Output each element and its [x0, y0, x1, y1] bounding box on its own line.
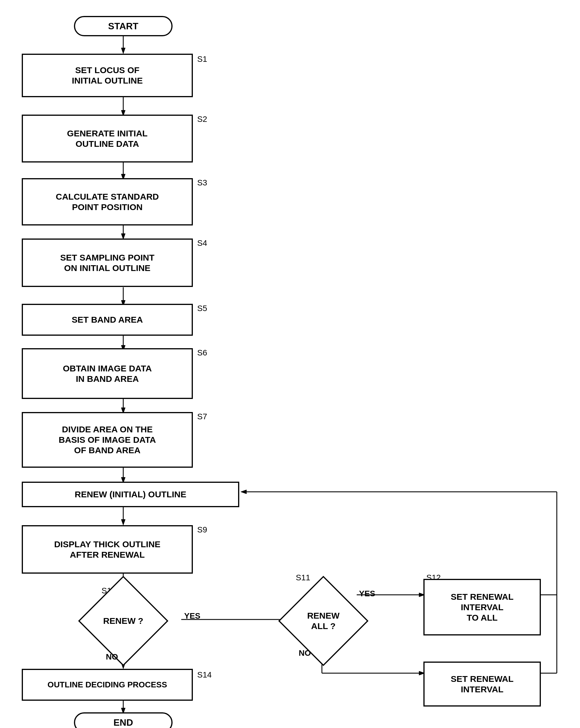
s13-node: SET RENEWAL INTERVAL	[423, 661, 541, 706]
s6-node: OBTAIN IMAGE DATA IN BAND AREA	[22, 348, 193, 399]
step-label-s1: S1	[197, 55, 207, 64]
step-label-s3: S3	[197, 178, 207, 187]
step-label-s9: S9	[197, 525, 207, 535]
step-label-s5: S5	[197, 304, 207, 313]
s11-diamond-label: RENEW ALL ?	[307, 610, 339, 631]
step-label-s2: S2	[197, 114, 207, 124]
step-label-s6: S6	[197, 348, 207, 358]
s7-node: DIVIDE AREA ON THE BASIS OF IMAGE DATA O…	[22, 412, 193, 468]
s4-node: SET SAMPLING POINT ON INITIAL OUTLINE	[22, 238, 193, 287]
flowchart-diagram: START S1 SET LOCUS OF INITIAL OUTLINE S2…	[0, 0, 580, 728]
yes-s10-label: YES	[184, 612, 200, 621]
s1-node: SET LOCUS OF INITIAL OUTLINE	[22, 54, 193, 97]
yes-s11-label: YES	[359, 589, 375, 598]
step-label-s11: S11	[296, 573, 310, 582]
start-node: START	[74, 16, 172, 36]
no-s10-label: NO	[106, 652, 118, 661]
s5-node: SET BAND AREA	[22, 304, 193, 336]
s2-node: GENERATE INITIAL OUTLINE DATA	[22, 114, 193, 162]
s3-node: CALCULATE STANDARD POINT POSITION	[22, 178, 193, 226]
step-label-s7: S7	[197, 412, 207, 421]
svg-marker-1	[121, 48, 125, 54]
svg-marker-17	[121, 519, 125, 525]
no-s11-label: NO	[299, 649, 311, 658]
s14-node: OUTLINE DECIDING PROCESS	[22, 669, 193, 701]
end-node: END	[74, 712, 172, 728]
s8-node: RENEW (INITIAL) OUTLINE	[22, 482, 239, 507]
s9-node: DISPLAY THICK OUTLINE AFTER RENEWAL	[22, 525, 193, 574]
s12-node: SET RENEWAL INTERVAL TO ALL	[423, 579, 541, 635]
s10-diamond-label: RENEW ?	[103, 616, 143, 626]
step-label-s14: S14	[197, 670, 212, 679]
svg-marker-34	[241, 490, 247, 494]
step-label-s4: S4	[197, 238, 207, 248]
